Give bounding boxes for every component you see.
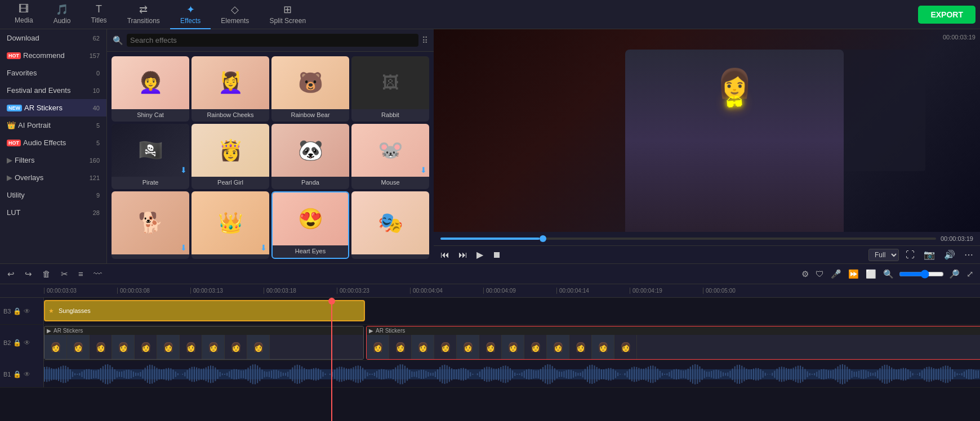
- export-button[interactable]: EXPORT: [918, 6, 975, 24]
- effect-item12[interactable]: 🎭: [351, 191, 429, 259]
- nav-titles[interactable]: T Titles: [81, 0, 117, 29]
- delete-button[interactable]: 🗑: [39, 268, 54, 280]
- sidebar-item-lut[interactable]: LUT 28: [0, 204, 106, 221]
- svg-rect-124: [332, 371, 333, 377]
- play-button[interactable]: ▶: [474, 248, 485, 261]
- screenshot-button[interactable]: 📷: [921, 248, 937, 261]
- mic-icon[interactable]: 🎤: [829, 269, 843, 279]
- quality-select[interactable]: Full: [868, 249, 899, 261]
- track-2-lock[interactable]: 🔒: [13, 339, 21, 347]
- svg-rect-386: [945, 365, 946, 383]
- effect-shiny-cat[interactable]: 👩‍🦱 Shiny Cat: [112, 56, 189, 122]
- effect-panda[interactable]: 🐼 Panda: [271, 124, 349, 189]
- svg-rect-322: [795, 366, 796, 382]
- shield-icon[interactable]: 🛡: [814, 269, 826, 279]
- sidebar-item-favorites[interactable]: Favorites 0: [0, 64, 106, 82]
- effect-item9[interactable]: 🐕 ⬇: [112, 191, 189, 259]
- nav-transitions[interactable]: ⇄ Transitions: [117, 0, 170, 29]
- clip-ar1[interactable]: ▶ AR Stickers 👩 👩 👩 👩 👩 👩 👩 👩 👩: [44, 326, 364, 360]
- cut-button[interactable]: ✂: [58, 268, 71, 280]
- progress-bar[interactable]: [440, 238, 936, 240]
- volume-button[interactable]: 🔊: [942, 248, 957, 261]
- zoom-out-icon[interactable]: 🔍: [881, 269, 896, 279]
- forward-icon[interactable]: ⏩: [847, 269, 861, 279]
- svg-rect-79: [226, 373, 228, 375]
- sidebar-item-recommend[interactable]: HOT Recommend 157: [0, 47, 106, 64]
- track-3-lock[interactable]: 🔒: [13, 307, 21, 315]
- svg-rect-127: [339, 366, 340, 382]
- settings-icon[interactable]: ⚙: [800, 269, 810, 279]
- svg-rect-384: [940, 368, 941, 381]
- svg-rect-91: [255, 364, 256, 384]
- search-input[interactable]: [127, 34, 418, 47]
- svg-rect-24: [98, 369, 99, 378]
- clip-ar2[interactable]: ▶ AR Stickers 👩 👩 👩 👩 👩 👩 👩 👩 👩 👩: [366, 326, 980, 360]
- sidebar-item-filters[interactable]: ▶ Filters 160: [0, 151, 106, 169]
- svg-rect-145: [381, 369, 382, 379]
- step-back-button[interactable]: ⏭: [456, 249, 470, 261]
- nav-splitscreen[interactable]: ⊞ Split Screen: [259, 0, 316, 29]
- clip-ar2-label: AR Stickers: [376, 328, 405, 334]
- sidebar-item-utility[interactable]: Utility 9: [0, 186, 106, 204]
- track-1-eye[interactable]: 👁: [24, 370, 30, 378]
- track-2-eye[interactable]: 👁: [24, 339, 30, 347]
- sidebar-ai-label: AI Portrait: [18, 121, 51, 129]
- zoom-in-icon[interactable]: 🔎: [947, 269, 961, 279]
- grid-view-icon[interactable]: ⠿: [422, 35, 428, 46]
- nav-effects[interactable]: ✦ Effects: [170, 0, 211, 29]
- effect-pirate[interactable]: 🏴‍☠️ ⬇ Pirate: [112, 124, 189, 189]
- effect-item10[interactable]: 👑 ⬇: [191, 191, 269, 259]
- track-3-eye[interactable]: 👁: [24, 307, 30, 315]
- effect-rainbow-bear[interactable]: 🐻 Rainbow Bear: [271, 56, 349, 122]
- sidebar-item-download[interactable]: Download 62: [0, 29, 106, 47]
- thumb-frame: 👩: [247, 335, 270, 359]
- svg-rect-345: [849, 369, 850, 379]
- effect-thumb: 👩‍🦱: [112, 56, 189, 109]
- svg-rect-82: [234, 369, 235, 379]
- nav-elements[interactable]: ◇ Elements: [211, 0, 259, 29]
- stop-button[interactable]: ⏹: [490, 249, 504, 261]
- effect-pearl-girl[interactable]: 👸 Pearl Girl: [191, 124, 269, 189]
- redo-button[interactable]: ↪: [22, 268, 35, 280]
- svg-rect-29: [109, 365, 110, 383]
- svg-rect-129: [344, 368, 345, 381]
- arrow-icon-filters: ▶: [7, 156, 12, 164]
- sidebar-item-overlays[interactable]: ▶ Overlays 121: [0, 169, 106, 186]
- svg-rect-216: [547, 364, 548, 384]
- svg-rect-387: [947, 365, 948, 382]
- clip-sunglasses[interactable]: ★ Sunglasses: [44, 300, 365, 321]
- svg-rect-169: [437, 369, 438, 379]
- effect-mouse[interactable]: 🐭 ⬇ Mouse: [351, 124, 429, 189]
- svg-rect-359: [881, 366, 883, 383]
- more-button[interactable]: ⋯: [962, 248, 975, 261]
- svg-rect-341: [840, 365, 841, 384]
- audio-button[interactable]: ≡: [75, 268, 86, 280]
- undo-button[interactable]: ↩: [5, 268, 17, 280]
- sidebar-item-festival[interactable]: Festival and Events 10: [0, 82, 106, 99]
- sidebar-item-audio-effects[interactable]: HOT Audio Effects 5: [0, 134, 106, 151]
- svg-rect-160: [416, 371, 417, 377]
- effect-rainbow-cheeks[interactable]: 💆‍♀️ Rainbow Cheeks: [191, 56, 269, 122]
- nav-audio[interactable]: 🎵 Audio: [43, 0, 81, 29]
- svg-rect-268: [669, 372, 670, 377]
- effect-rabbit[interactable]: 🖼 Rabbit: [351, 56, 429, 122]
- effect-heart-eyes[interactable]: 😍 Heart Eyes: [271, 191, 349, 259]
- svg-rect-13: [72, 371, 73, 377]
- sidebar-item-ar-stickers[interactable]: NEW AR Stickers 40: [0, 99, 106, 117]
- sidebar-item-ai-portrait[interactable]: 👑 AI Portrait 5: [0, 117, 106, 134]
- expand-icon[interactable]: ⤢: [965, 269, 975, 279]
- svg-rect-133: [353, 367, 354, 381]
- skip-back-button[interactable]: ⏮: [438, 249, 452, 261]
- captions-icon[interactable]: ⬜: [864, 269, 878, 279]
- fullscreen-button[interactable]: ⛶: [903, 249, 917, 261]
- nav-media[interactable]: 🎞 Media: [5, 0, 43, 29]
- svg-rect-326: [804, 369, 805, 379]
- waveform-button[interactable]: 〰: [91, 268, 105, 280]
- svg-rect-212: [538, 370, 539, 378]
- video-icon: ▶: [47, 328, 51, 334]
- effect-thumb-placeholder: 🖼: [351, 56, 429, 109]
- progress-thumb[interactable]: [540, 235, 546, 242]
- track-1-lock[interactable]: 🔒: [13, 370, 21, 378]
- zoom-slider[interactable]: [899, 270, 944, 279]
- thumb-frame: 👩: [547, 335, 569, 359]
